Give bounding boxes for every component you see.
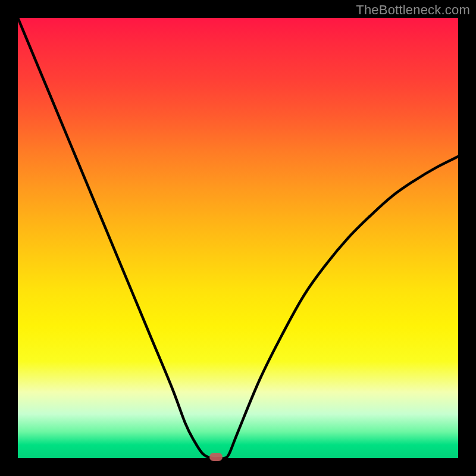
chart-frame: TheBottleneck.com bbox=[0, 0, 476, 476]
optimum-marker bbox=[209, 453, 223, 461]
plot-area bbox=[18, 18, 458, 458]
bottleneck-curve bbox=[18, 18, 458, 458]
watermark-text: TheBottleneck.com bbox=[356, 2, 470, 18]
